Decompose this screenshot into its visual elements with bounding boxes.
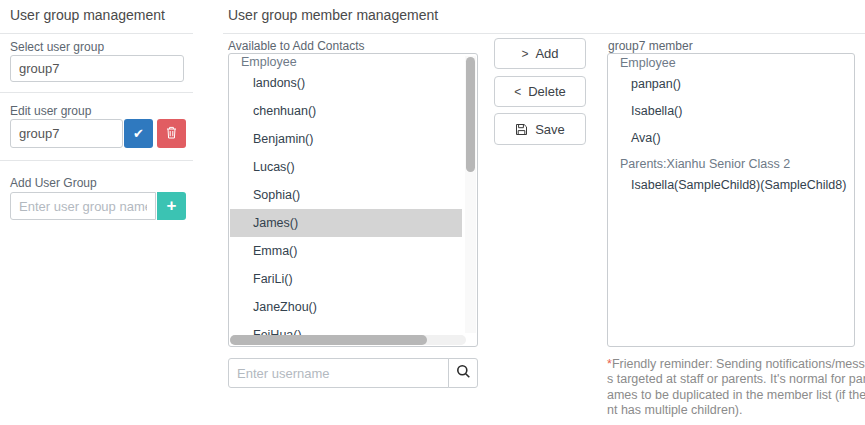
list-item[interactable]: Emma() xyxy=(230,237,462,265)
horizontal-scrollbar[interactable] xyxy=(230,335,466,345)
list-item[interactable]: JaneZhou() xyxy=(230,293,462,321)
vertical-scrollbar[interactable] xyxy=(465,56,476,333)
reminder-line: *Friendly reminder: Sending notification… xyxy=(607,357,863,372)
plus-icon: + xyxy=(167,196,177,216)
delete-member-button[interactable]: <Delete xyxy=(494,76,586,107)
search-button[interactable] xyxy=(448,358,478,388)
add-member-button[interactable]: >Add xyxy=(494,38,586,69)
add-user-group-input[interactable] xyxy=(10,192,156,220)
list-group-header: Parents:Xianhu Senior Class 2 xyxy=(608,155,854,172)
member-management-title: User group member management xyxy=(228,7,438,23)
reminder-line: ames to be duplicated in the member list… xyxy=(607,388,863,403)
list-item[interactable]: Lucas() xyxy=(230,153,462,181)
left-panel-title: User group management xyxy=(10,7,165,23)
select-user-group-input[interactable] xyxy=(10,55,184,82)
list-group-header: Employee xyxy=(608,54,854,71)
list-item[interactable]: landons() xyxy=(230,69,462,97)
available-contacts-label: Available to Add Contacts xyxy=(228,39,365,53)
trash-icon xyxy=(166,126,177,142)
left-panel-divider xyxy=(0,160,193,161)
right-section-divider xyxy=(223,33,865,34)
list-item[interactable]: panpan() xyxy=(608,71,854,98)
user-group-management-screen: User group management Select user group … xyxy=(0,0,865,425)
add-group-button[interactable]: + xyxy=(157,192,186,220)
group-member-list: Employeepanpan()Isabella()Ava()Parents:X… xyxy=(607,53,855,347)
group-member-label: group7 member xyxy=(608,39,693,53)
list-item[interactable]: James() xyxy=(230,209,462,237)
horizontal-scrollbar-thumb[interactable] xyxy=(230,335,427,345)
list-item[interactable]: Isabella(SampleChild8)(SampleChild8) xyxy=(608,172,854,199)
save-icon xyxy=(515,123,528,136)
available-contacts-list: Employeelandons()chenhuan()Benjamin()Luc… xyxy=(228,53,478,347)
list-item[interactable]: Isabella() xyxy=(608,98,854,125)
list-item[interactable]: FariLi() xyxy=(230,265,462,293)
search-icon xyxy=(456,364,471,382)
chevron-right-icon: > xyxy=(521,47,528,61)
list-item[interactable]: Sophia() xyxy=(230,181,462,209)
left-panel-divider xyxy=(0,92,193,93)
left-panel-divider xyxy=(0,33,193,34)
list-item[interactable]: chenhuan() xyxy=(230,97,462,125)
confirm-edit-button[interactable]: ✔ xyxy=(124,119,153,148)
select-user-group-label: Select user group xyxy=(10,40,104,54)
reminder-line: nt has multiple children). xyxy=(607,403,863,418)
save-button[interactable]: Save xyxy=(494,113,586,145)
list-group-header: Employee xyxy=(229,54,477,69)
add-user-group-label: Add User Group xyxy=(10,176,97,190)
reminder-line: s targeted at staff or parents. It's nor… xyxy=(607,372,863,387)
search-username-input[interactable] xyxy=(228,358,449,388)
chevron-left-icon: < xyxy=(514,85,521,99)
edit-user-group-label: Edit user group xyxy=(10,104,91,118)
delete-group-button[interactable] xyxy=(157,119,186,148)
list-item[interactable]: Benjamin() xyxy=(230,125,462,153)
check-icon: ✔ xyxy=(133,126,144,141)
list-item[interactable]: Ava() xyxy=(608,125,854,152)
vertical-scrollbar-thumb[interactable] xyxy=(466,57,475,172)
friendly-reminder: *Friendly reminder: Sending notification… xyxy=(607,357,863,419)
edit-user-group-input[interactable] xyxy=(10,119,123,148)
